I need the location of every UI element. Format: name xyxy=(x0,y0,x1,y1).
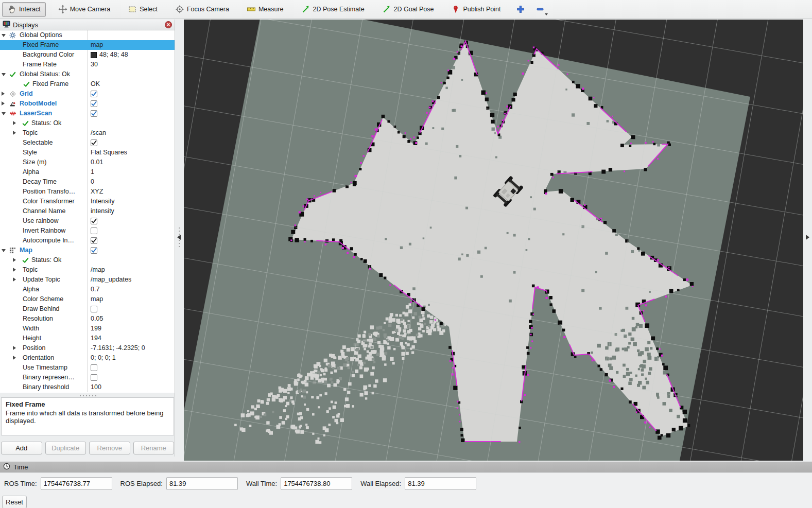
time-panel-titlebar[interactable]: Time xyxy=(0,462,812,472)
tree-row-alpha[interactable]: Alpha0.7 xyxy=(0,285,175,294)
tree-cell-value[interactable] xyxy=(88,89,175,99)
right-splitter[interactable] xyxy=(803,20,812,461)
tree-row-use-timestamp[interactable]: Use Timestamp xyxy=(0,363,175,373)
tree-cell-value[interactable] xyxy=(88,373,175,382)
tree-row-draw-behind[interactable]: Draw Behind xyxy=(0,304,175,314)
tree-cell-value[interactable]: OK xyxy=(88,79,175,89)
ros-time-input[interactable] xyxy=(41,477,112,490)
wall-time-input[interactable] xyxy=(281,477,352,490)
checkbox-checked[interactable] xyxy=(91,237,97,244)
tool-interact[interactable]: Interact xyxy=(2,2,46,17)
tree-row-status-ok[interactable]: Status: Ok xyxy=(0,255,175,265)
tree-row-channel-name[interactable]: Channel Nameintensity xyxy=(0,206,175,216)
tree-cell-value[interactable]: Flat Squares xyxy=(88,148,175,157)
tree-row-invert-rainbow[interactable]: Invert Rainbow xyxy=(0,226,175,236)
close-panel-button[interactable]: ✕ xyxy=(165,21,172,28)
displays-titlebar[interactable]: Displays ✕ xyxy=(0,20,175,30)
checkbox-unchecked[interactable] xyxy=(91,364,97,371)
tree-row-background-color[interactable]: Background Color48; 48; 48 xyxy=(0,50,175,60)
collapse-left-arrow-icon[interactable] xyxy=(177,235,181,240)
ros-elapsed-input[interactable] xyxy=(166,477,238,490)
wall-elapsed-input[interactable] xyxy=(405,477,476,490)
tree-cell-value[interactable] xyxy=(88,304,175,314)
collapsed-arrow-icon[interactable] xyxy=(13,268,16,272)
tree-cell-value[interactable]: 1 xyxy=(88,167,175,177)
tree-row-style[interactable]: StyleFlat Squares xyxy=(0,148,175,157)
tree-row-position[interactable]: Position-7.1631; -4.2325; 0 xyxy=(0,343,175,353)
tool-measure[interactable]: Measure xyxy=(241,2,289,17)
expanded-arrow-icon[interactable] xyxy=(2,112,6,115)
tree-cell-value[interactable]: 0; 0; 0; 1 xyxy=(88,353,175,363)
checkbox-checked[interactable] xyxy=(91,110,97,117)
checkbox-checked[interactable] xyxy=(91,247,97,254)
add-button[interactable]: Add xyxy=(1,442,42,454)
tree-cell-value[interactable]: XYZ xyxy=(88,187,175,197)
displays-tree[interactable]: Global OptionsFixed FramemapBackground C… xyxy=(0,30,175,393)
tree-cell-value[interactable]: 0.7 xyxy=(88,285,175,294)
3d-viewport[interactable] xyxy=(184,20,803,461)
collapsed-arrow-icon[interactable] xyxy=(13,131,16,135)
tree-cell-value[interactable]: /map xyxy=(88,265,175,275)
tree-row-use-rainbow[interactable]: Use rainbow xyxy=(0,216,175,226)
tool-2d-pose-estimate[interactable]: 2D Pose Estimate xyxy=(296,2,370,17)
tree-cell-value[interactable]: 0 xyxy=(88,177,175,187)
tree-row-position-transfo[interactable]: Position Transfo…XYZ xyxy=(0,187,175,197)
tool-publish-point[interactable]: Publish Point xyxy=(446,2,506,17)
tree-cell-value[interactable]: /map_updates xyxy=(88,275,175,285)
tool-select[interactable]: Select xyxy=(123,2,163,17)
tree-cell-value[interactable]: intensity xyxy=(88,206,175,216)
tree-cell-value[interactable] xyxy=(88,363,175,373)
tree-row-map[interactable]: Map xyxy=(0,246,175,255)
tool-remove-tool-icon[interactable] xyxy=(532,2,548,17)
tree-row-decay-time[interactable]: Decay Time0 xyxy=(0,177,175,187)
collapsed-arrow-icon[interactable] xyxy=(2,92,5,96)
tool-add-tool-icon[interactable] xyxy=(513,2,528,17)
tree-row-update-topic[interactable]: Update Topic/map_updates xyxy=(0,275,175,285)
remove-button[interactable]: Remove xyxy=(89,442,130,454)
expanded-arrow-icon[interactable] xyxy=(2,34,6,37)
tree-row-fixed-frame[interactable]: Fixed Framemap xyxy=(0,40,175,50)
tree-row-width[interactable]: Width199 xyxy=(0,324,175,334)
tree-row-height[interactable]: Height194 xyxy=(0,334,175,343)
checkbox-checked[interactable] xyxy=(91,91,97,97)
tree-row-status-ok[interactable]: Status: Ok xyxy=(0,118,175,128)
tree-cell-value[interactable]: Intensity xyxy=(88,197,175,206)
tree-cell-value[interactable]: /scan xyxy=(88,128,175,138)
collapsed-arrow-icon[interactable] xyxy=(13,121,16,125)
collapsed-arrow-icon[interactable] xyxy=(2,101,5,106)
tree-row-frame-rate[interactable]: Frame Rate30 xyxy=(0,60,175,69)
tree-cell-value[interactable] xyxy=(88,236,175,246)
duplicate-button[interactable]: Duplicate xyxy=(45,442,87,454)
checkbox-checked[interactable] xyxy=(91,218,97,224)
collapsed-arrow-icon[interactable] xyxy=(13,258,16,262)
tree-row-global-status-ok[interactable]: Global Status: Ok xyxy=(0,69,175,79)
tree-row-global-options[interactable]: Global Options xyxy=(0,30,175,40)
tree-cell-value[interactable] xyxy=(88,99,175,109)
tool-2d-goal-pose[interactable]: 2D Goal Pose xyxy=(377,2,439,17)
tree-cell-value[interactable]: 199 xyxy=(88,324,175,334)
tree-row-resolution[interactable]: Resolution0.05 xyxy=(0,314,175,324)
collapsed-arrow-icon[interactable] xyxy=(13,277,16,282)
color-swatch[interactable] xyxy=(91,52,97,58)
tool-move-camera[interactable]: Move Camera xyxy=(53,2,116,17)
tree-row-binary-represen[interactable]: Binary represen… xyxy=(0,373,175,382)
tree-row-color-transformer[interactable]: Color TransformerIntensity xyxy=(0,197,175,206)
tree-row-topic[interactable]: Topic/map xyxy=(0,265,175,275)
collapsed-arrow-icon[interactable] xyxy=(13,356,16,360)
tree-cell-value[interactable]: 48; 48; 48 xyxy=(88,50,175,60)
tree-cell-value[interactable]: 194 xyxy=(88,334,175,343)
tree-row-size-m[interactable]: Size (m)0.01 xyxy=(0,157,175,167)
tree-row-grid[interactable]: Grid xyxy=(0,89,175,99)
tree-cell-value[interactable]: map xyxy=(88,294,175,304)
tool-focus-camera[interactable]: Focus Camera xyxy=(170,2,234,17)
rename-button[interactable]: Rename xyxy=(133,442,175,454)
tree-cell-value[interactable]: 100 xyxy=(88,382,175,392)
collapsed-arrow-icon[interactable] xyxy=(13,346,16,350)
tree-row-robotmodel[interactable]: RobotModel xyxy=(0,99,175,109)
checkbox-checked[interactable] xyxy=(91,100,97,107)
tree-cell-value[interactable] xyxy=(88,226,175,236)
expanded-arrow-icon[interactable] xyxy=(2,73,6,76)
reset-button[interactable]: Reset xyxy=(2,496,27,508)
tree-cell-value[interactable] xyxy=(88,109,175,118)
tree-row-autocompute-in[interactable]: Autocompute In… xyxy=(0,236,175,246)
